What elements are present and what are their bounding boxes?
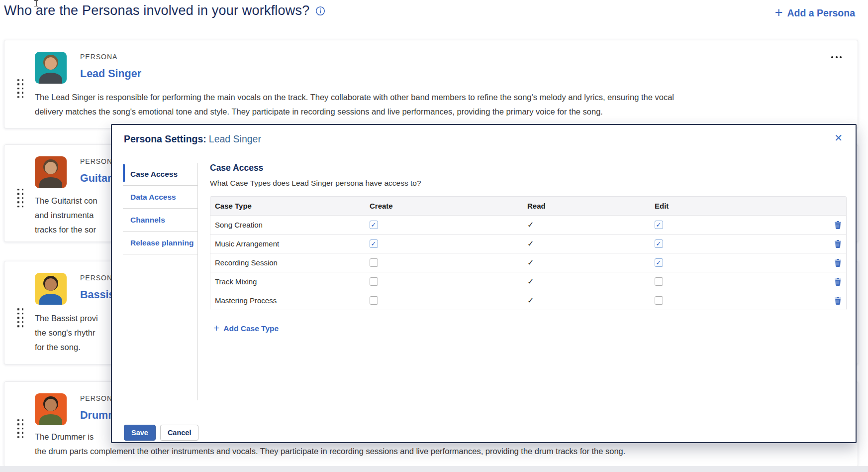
modal-title-label: Persona Settings: [124,133,206,144]
description-line: the song's rhythr [35,326,98,340]
section-question: What Case Types does Lead Singer persona… [210,179,847,188]
edit-checkbox[interactable] [655,221,663,229]
page-title-text: Who are the Personas involved in your wo… [4,3,309,18]
page-header: Who are the Personas involved in your wo… [0,0,868,30]
trash-icon [834,277,842,286]
tab-label: Channels [130,216,165,225]
avatar [35,273,67,305]
plus-icon: + [213,323,219,333]
avatar-face [45,162,57,174]
table-row: Recording Session ✓ [210,253,846,272]
tab-label: Release planning [130,238,193,247]
description-line: for the song. [35,340,98,354]
avatar-shirt [39,73,62,84]
modal-footer: Save Cancel [124,425,198,441]
description-line: delivery matches the song's emotional to… [35,105,674,119]
add-persona-button[interactable]: + Add a Persona [775,7,855,19]
col-header-edit: Edit [655,202,832,210]
col-header-case-type: Case Type [210,202,370,210]
table-row: Music Arrangement ✓ [210,234,846,253]
create-checkbox[interactable] [370,221,378,229]
case-type-label: Song Creation [210,221,370,229]
table-row: Song Creation ✓ [210,215,846,234]
persona-description: The Guitarist con and instrumenta tracks… [35,194,97,237]
description-line: The Guitarist con [35,194,97,208]
save-button[interactable]: Save [124,425,156,441]
tab-release-planning[interactable]: Release planning [123,232,197,254]
trash-icon [834,296,842,305]
avatar [35,393,67,425]
description-line: the drum parts complement the other inst… [35,444,625,459]
avatar [35,156,67,188]
modal-tab-list: Case Access Data Access Channels Release… [123,163,197,254]
create-checkbox[interactable] [370,277,378,286]
table-row: Mastering Process ✓ [210,291,846,310]
avatar-shirt [39,414,62,425]
modal-content: Case Access What Case Types does Lead Si… [210,163,847,333]
tab-label: Case Access [130,170,178,179]
edit-checkbox[interactable] [655,258,663,267]
section-heading: Case Access [210,163,847,173]
add-persona-label: Add a Persona [787,7,855,19]
info-icon[interactable] [315,6,325,16]
create-checkbox[interactable] [370,239,378,248]
create-checkbox[interactable] [370,258,378,267]
col-header-read: Read [527,202,655,210]
plus-icon: + [775,6,783,19]
avatar [35,52,67,84]
edit-checkbox[interactable] [655,239,663,248]
avatar-shirt [39,294,62,305]
delete-row-button[interactable] [834,258,846,267]
drag-handle-icon[interactable] [17,419,23,438]
persona-kicker: PERSONA [80,53,117,61]
add-case-type-button[interactable]: + Add Case Type [213,324,847,333]
case-type-label: Mastering Process [210,296,370,305]
trash-icon [834,258,842,267]
modal-title-persona: Lead Singer [209,133,261,144]
case-type-label: Music Arrangement [210,239,370,248]
persona-name-link[interactable]: Lead Singer [80,68,141,80]
description-line: tracks for the sor [35,223,97,237]
read-check-icon: ✓ [527,258,534,267]
description-line: The Lead Singer is responsible for perfo… [35,90,674,105]
create-checkbox[interactable] [370,296,378,305]
description-line: The Bassist provi [35,311,98,326]
trash-icon [834,221,842,229]
case-type-label: Recording Session [210,258,370,267]
more-menu-icon[interactable] [831,56,842,58]
table-header-row: Case Type Create Read Edit [210,197,846,215]
delete-row-button[interactable] [834,277,846,286]
cancel-button[interactable]: Cancel [160,425,199,441]
tab-case-access[interactable]: Case Access [123,163,197,186]
avatar-face [45,278,57,291]
add-case-type-label: Add Case Type [223,324,279,333]
tab-channels[interactable]: Channels [123,209,197,232]
delete-row-button[interactable] [834,221,846,229]
description-line: and instrumenta [35,208,97,223]
modal-title: Persona Settings:Lead Singer [124,133,261,145]
read-check-icon: ✓ [527,296,534,305]
persona-description: The Lead Singer is responsible for perfo… [35,90,674,119]
drag-handle-icon[interactable] [17,79,23,98]
tab-data-access[interactable]: Data Access [123,186,197,209]
drag-handle-icon[interactable] [17,309,23,328]
read-check-icon: ✓ [527,221,534,229]
page-bottom-strip [0,466,868,472]
trash-icon [834,239,842,248]
edit-checkbox[interactable] [655,277,663,286]
table-row: Track Mixing ✓ [210,272,846,291]
close-icon[interactable]: ✕ [834,133,843,143]
avatar-face [45,57,57,70]
edit-checkbox[interactable] [655,296,663,305]
drag-handle-icon[interactable] [17,189,23,208]
read-check-icon: ✓ [527,277,534,286]
delete-row-button[interactable] [834,296,846,305]
case-type-label: Track Mixing [210,277,370,286]
persona-settings-modal: Persona Settings:Lead Singer ✕ Case Acce… [111,124,857,443]
delete-row-button[interactable] [834,239,846,248]
col-header-create: Create [370,202,527,210]
tab-divider [197,163,198,400]
avatar-shirt [39,177,62,188]
tab-label: Data Access [130,193,176,202]
case-access-table: Case Type Create Read Edit Song Creation… [210,196,847,310]
